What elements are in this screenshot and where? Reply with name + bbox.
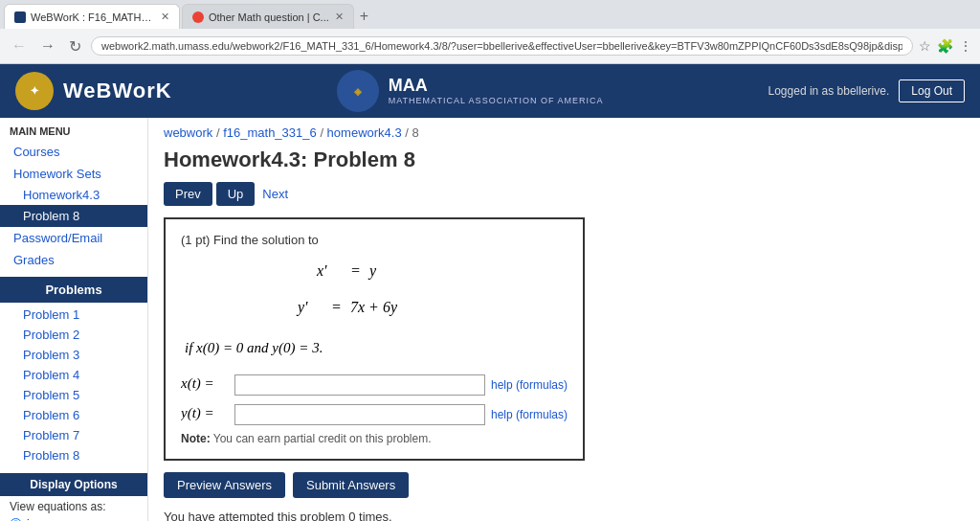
app-header: ✦ WeBWorK ◈ MAA MATHEMATICAL ASSOCIATION… bbox=[0, 64, 980, 118]
breadcrumb-sep2: / bbox=[320, 125, 326, 140]
math-system: x′ = y y′ = 7x + 6y bbox=[181, 257, 568, 326]
xt-label-svg: x(t) = bbox=[181, 373, 229, 394]
prev-button[interactable]: Prev bbox=[164, 182, 212, 206]
problem-pts: (1 pt) Find the solution to bbox=[181, 233, 568, 247]
attempt-info: You have attempted this problem 0 times.… bbox=[164, 508, 965, 521]
back-button[interactable]: ← bbox=[8, 35, 31, 57]
action-buttons: Preview Answers Submit Answers bbox=[164, 472, 965, 498]
next-link[interactable]: Next bbox=[262, 187, 288, 201]
sidebar-item-homework-sets[interactable]: Homework Sets bbox=[0, 163, 147, 185]
address-bar: ← → ↻ ☆ 🧩 ⋮ bbox=[0, 29, 980, 63]
sidebar-problem4[interactable]: Problem 4 bbox=[0, 365, 147, 385]
header-right: Logged in as bbellerive. Log Out bbox=[768, 79, 965, 102]
new-tab-button[interactable]: + bbox=[360, 9, 368, 24]
sidebar-item-courses[interactable]: Courses bbox=[0, 141, 147, 163]
radio-images-input[interactable] bbox=[10, 518, 22, 522]
initial-conditions: if x(0) = 0 and y(0) = 3. bbox=[185, 335, 568, 361]
initial-conditions-svg: if x(0) = 0 and y(0) = 3. bbox=[185, 335, 472, 358]
problems-header: Problems bbox=[0, 277, 147, 303]
svg-text:y: y bbox=[368, 262, 377, 280]
sidebar-item-password-email[interactable]: Password/Email bbox=[0, 227, 147, 249]
tab-google[interactable]: Other Math question | C... ✕ bbox=[182, 4, 354, 29]
tab-title-webwork: WeBWorK : F16_MATH_... bbox=[31, 11, 155, 23]
tab-webwork[interactable]: WeBWorK : F16_MATH_... ✕ bbox=[4, 4, 180, 29]
svg-text:if x(0) = 0 and y(0) = 3.: if x(0) = 0 and y(0) = 3. bbox=[185, 340, 323, 356]
answer-row-y: y(t) = help (formulas) bbox=[181, 402, 568, 426]
maa-logo: ◈ MAA MATHEMATICAL ASSOCIATION OF AMERIC… bbox=[337, 70, 604, 112]
answer-label-x: x(t) = bbox=[181, 373, 229, 396]
tab-close-google[interactable]: ✕ bbox=[335, 11, 344, 23]
view-equations-label: View equations as: bbox=[0, 496, 147, 515]
note-content: You can earn partial credit on this prob… bbox=[213, 432, 432, 445]
main-menu-label: MAIN MENU bbox=[0, 118, 147, 141]
math-line2: y′ = 7x + 6y bbox=[181, 293, 568, 326]
svg-text:=: = bbox=[350, 262, 361, 279]
sidebar-item-problem8-active[interactable]: Problem 8 bbox=[0, 205, 147, 227]
sidebar-problem6[interactable]: Problem 6 bbox=[0, 405, 147, 425]
math-line1: x′ = y bbox=[181, 257, 568, 289]
webwork-favicon bbox=[14, 11, 26, 23]
sidebar-problem2[interactable]: Problem 2 bbox=[0, 325, 147, 345]
attempt-line1: You have attempted this problem 0 times. bbox=[164, 508, 965, 521]
preview-answers-button[interactable]: Preview Answers bbox=[164, 472, 285, 498]
equation-svg-1: x′ = y bbox=[288, 257, 460, 285]
extension-icon[interactable]: 🧩 bbox=[937, 38, 953, 54]
up-button[interactable]: Up bbox=[216, 182, 256, 206]
equation-svg-2: y′ = 7x + 6y bbox=[269, 293, 479, 322]
sidebar-problem7[interactable]: Problem 7 bbox=[0, 425, 147, 445]
sidebar-item-homework43[interactable]: Homework4.3 bbox=[0, 185, 147, 205]
breadcrumb-course[interactable]: f16_math_331_6 bbox=[223, 125, 317, 140]
problem-box: (1 pt) Find the solution to x′ = y y′ = bbox=[164, 217, 585, 461]
sidebar-problem5[interactable]: Problem 5 bbox=[0, 385, 147, 405]
sidebar-problem3[interactable]: Problem 3 bbox=[0, 345, 147, 365]
radio-images-label: images bbox=[27, 517, 64, 521]
svg-text:y′: y′ bbox=[296, 299, 308, 316]
answer-input-x[interactable] bbox=[234, 374, 485, 396]
note-prefix: Note: bbox=[181, 432, 211, 445]
menu-icon[interactable]: ⋮ bbox=[959, 38, 972, 54]
svg-text:x′: x′ bbox=[316, 262, 327, 279]
maa-icon: ◈ bbox=[337, 70, 379, 112]
refresh-button[interactable]: ↻ bbox=[65, 35, 85, 57]
app-logo: ✦ WeBWorK bbox=[15, 72, 172, 110]
svg-text:x(t) =: x(t) = bbox=[181, 375, 214, 392]
answer-row-x: x(t) = help (formulas) bbox=[181, 373, 568, 396]
help-link-y[interactable]: help (formulas) bbox=[491, 408, 568, 421]
sidebar-item-grades[interactable]: Grades bbox=[0, 249, 147, 271]
maa-text-block: MAA MATHEMATICAL ASSOCIATION OF AMERICA bbox=[389, 76, 604, 106]
answer-label-y: y(t) = bbox=[181, 402, 229, 426]
help-link-x[interactable]: help (formulas) bbox=[491, 378, 568, 392]
sidebar-problem8[interactable]: Problem 8 bbox=[0, 445, 147, 465]
browser-chrome: WeBWorK : F16_MATH_... ✕ Other Math ques… bbox=[0, 0, 980, 64]
sidebar: MAIN MENU Courses Homework Sets Homework… bbox=[0, 118, 148, 521]
address-input[interactable] bbox=[91, 36, 913, 56]
breadcrumb-sep3: / bbox=[405, 125, 412, 140]
logo-icon: ✦ bbox=[15, 72, 54, 110]
sidebar-problem1[interactable]: Problem 1 bbox=[0, 305, 147, 325]
svg-text:7x + 6y: 7x + 6y bbox=[350, 299, 398, 316]
breadcrumb-webwork[interactable]: webwork bbox=[164, 125, 212, 140]
page-title: Homework4.3: Problem 8 bbox=[164, 147, 965, 172]
tab-bar: WeBWorK : F16_MATH_... ✕ Other Math ques… bbox=[0, 0, 980, 29]
maa-subtitle: MATHEMATICAL ASSOCIATION OF AMERICA bbox=[389, 96, 604, 106]
maa-name: MAA bbox=[389, 76, 604, 97]
radio-images[interactable]: images bbox=[0, 515, 147, 521]
answer-input-y[interactable] bbox=[234, 404, 485, 425]
points-label: (1 pt) bbox=[181, 233, 210, 247]
breadcrumb: webwork / f16_math_331_6 / homework4.3 /… bbox=[164, 125, 965, 140]
main-layout: MAIN MENU Courses Homework Sets Homework… bbox=[0, 118, 980, 521]
bookmark-icon[interactable]: ☆ bbox=[919, 38, 931, 54]
svg-text:y(t) =: y(t) = bbox=[181, 405, 214, 421]
tab-close-webwork[interactable]: ✕ bbox=[161, 11, 169, 23]
submit-answers-button[interactable]: Submit Answers bbox=[293, 472, 409, 498]
display-options-header: Display Options bbox=[0, 473, 147, 496]
breadcrumb-homework[interactable]: homework4.3 bbox=[327, 125, 402, 140]
logout-button[interactable]: Log Out bbox=[899, 79, 965, 102]
logged-in-text: Logged in as bbellerive. bbox=[768, 84, 890, 98]
logo-text: WeBWorK bbox=[63, 79, 172, 103]
forward-button[interactable]: → bbox=[36, 35, 59, 57]
content-area: webwork / f16_math_331_6 / homework4.3 /… bbox=[148, 118, 980, 521]
tab-title-google: Other Math question | C... bbox=[209, 11, 329, 23]
google-favicon bbox=[192, 11, 204, 23]
svg-text:=: = bbox=[331, 299, 342, 315]
